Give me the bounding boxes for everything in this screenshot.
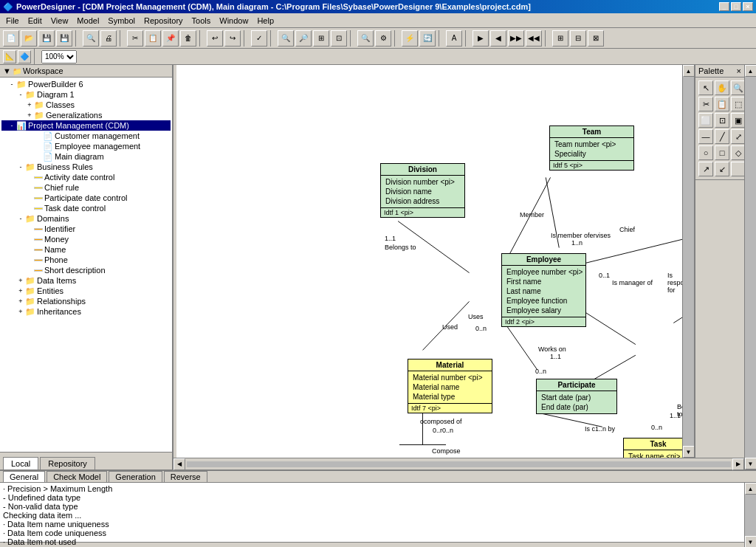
tb-rev[interactable]: 🔄 [419,30,436,47]
scroll-track-v[interactable] [683,77,694,446]
scroll-down-btn[interactable]: ▼ [683,446,695,458]
tb-print[interactable]: 🖨 [100,30,117,47]
menu-view[interactable]: View [47,15,73,27]
palette-tool-13[interactable]: ○ [698,145,713,160]
palette-tool-10[interactable]: — [698,129,713,144]
palette-tool-15[interactable]: ◇ [731,145,746,160]
palette-tool-16[interactable]: ↗ [698,162,713,176]
tree-item-chief-rule[interactable]: Chief rule [1,182,171,193]
palette-scroll-track[interactable] [745,77,756,458]
tree-item-business-rules[interactable]: - 📁 Business Rules [1,162,171,172]
tree-item-inheritances[interactable]: + 📁 Inheritances [1,306,171,317]
tb-b4[interactable]: ◀◀ [526,30,542,47]
tree-item-phone[interactable]: Phone [1,255,171,265]
palette-tool-12[interactable]: ⤢ [731,129,746,144]
tree-item-relationships[interactable]: + 📁 Relationships [1,296,171,306]
palette-tool-11[interactable]: ╱ [715,129,729,144]
tree-item-domains[interactable]: - 📁 Domains [1,213,171,224]
palette-tool-6[interactable]: ⬚ [731,97,746,111]
palette-tool-17[interactable]: ↙ [715,162,729,176]
menu-window[interactable]: Window [215,15,252,27]
output-tab-general[interactable]: General [3,471,45,482]
tb-find[interactable]: 🔍 [357,30,374,47]
tb-font[interactable]: A [446,30,462,47]
output-tab-generation[interactable]: Generation [109,471,162,482]
menu-tools[interactable]: Tools [188,15,216,27]
tree-item-main-diagram[interactable]: 📄 Main diagram [1,151,171,162]
workspace-expand[interactable]: ▼ [3,66,11,75]
tb2-1[interactable]: 📐 [3,50,16,63]
tb-save-all[interactable]: 💾 [56,30,72,47]
tree-item-activity-date[interactable]: Activity date control [1,172,171,182]
palette-tool-18[interactable] [731,162,746,176]
tb-zoom-fit[interactable]: ⊞ [313,30,329,47]
tree-item-participate-date[interactable]: Participate date control [1,193,171,203]
palette-tool-9[interactable]: ▣ [731,113,746,128]
tb-gen[interactable]: ⚡ [402,30,418,47]
tb-open[interactable]: 📂 [21,30,37,47]
menu-repository[interactable]: Repository [140,15,188,27]
close-button[interactable]: × [743,2,753,11]
tb-save[interactable]: 💾 [38,30,55,47]
tab-repository[interactable]: Repository [40,457,95,469]
tree-item-generalizations[interactable]: + 📁 Generalizations [1,110,171,120]
entity-task[interactable]: Task Task name <pi> Task cost Idtf 6 <pi… [623,438,682,458]
tb-check[interactable]: ✓ [251,30,267,47]
palette-zoom-tool[interactable]: 🔍 [731,80,746,95]
output-tab-check[interactable]: Check Model [47,471,107,482]
menu-model[interactable]: Model [72,15,103,27]
output-scroll-track[interactable] [745,495,756,536]
palette-scroll-down[interactable]: ▼ [745,458,757,469]
palette-hand-tool[interactable]: ✋ [715,80,729,95]
tb-redo[interactable]: ↪ [224,30,241,47]
palette-tool-4[interactable]: ✂ [698,97,713,111]
tb-delete[interactable]: 🗑 [180,30,196,47]
tree-item-diagram1[interactable]: - 📁 Diagram 1 [1,89,171,100]
entity-employee[interactable]: Employee Employee number <pi> First name… [501,253,586,327]
minimize-button[interactable]: _ [719,2,729,11]
tree-item-classes[interactable]: + 📁 Classes [1,100,171,110]
maximize-button[interactable]: □ [731,2,741,11]
tb-zoom-out[interactable]: 🔎 [295,30,312,47]
palette-tool-7[interactable]: ⬜ [698,113,713,128]
scroll-right-btn[interactable]: ▶ [732,458,744,470]
tree-item-task-date[interactable]: Task date control [1,203,171,213]
scroll-track-h[interactable] [187,461,731,467]
output-scroll-down[interactable]: ▼ [745,536,757,547]
tb-paste[interactable]: 📌 [162,30,179,47]
palette-select-tool[interactable]: ↖ [698,80,713,95]
tree-item-short-desc[interactable]: Short description [1,265,171,275]
tb-b3[interactable]: ▶▶ [508,30,524,47]
tb-b1[interactable]: ▶ [472,30,489,47]
palette-close-icon[interactable]: × [737,66,741,75]
palette-tool-5[interactable]: 📋 [715,97,729,111]
menu-edit[interactable]: Edit [24,15,47,27]
entity-division[interactable]: Division Division number <pi> Division n… [380,163,465,218]
tab-local[interactable]: Local [3,457,38,469]
scroll-up-btn[interactable]: ▲ [683,65,695,77]
tree-item-money[interactable]: Money [1,234,171,244]
tb-zoom-page[interactable]: ⊡ [331,30,347,47]
tree-item-entities[interactable]: + 📁 Entities [1,286,171,296]
palette-tool-14[interactable]: □ [715,145,729,160]
output-tab-reverse[interactable]: Reverse [164,471,207,482]
zoom-select[interactable]: 100% 75% 50% 150% [41,50,77,63]
tb-cut[interactable]: ✂ [127,30,143,47]
tree-item-project-management[interactable]: - 📊 Project Management (CDM) [1,120,171,131]
scroll-left-btn[interactable]: ◀ [173,458,185,470]
tb-layout3[interactable]: ⊠ [588,30,604,47]
menu-symbol[interactable]: Symbol [103,15,140,27]
tree-item-powerbuilder[interactable]: - 📁 PowerBuilder 6 [1,79,171,89]
menu-file[interactable]: File [1,15,24,27]
palette-tool-8[interactable]: ⊡ [715,113,729,128]
menu-help[interactable]: Help [252,15,278,27]
tb-zoom-in[interactable]: 🔍 [278,30,294,47]
canvas-area[interactable]: Team Team number <pi> Speciality Idtf 5 … [176,65,682,458]
palette-scroll-up[interactable]: ▲ [745,65,757,77]
entity-team[interactable]: Team Team number <pi> Speciality Idtf 5 … [549,125,634,171]
tb-layout2[interactable]: ⊟ [570,30,586,47]
output-scroll-up[interactable]: ▲ [745,483,757,495]
tb-prop[interactable]: ⚙ [375,30,391,47]
tb-print-preview[interactable]: 🔍 [83,30,99,47]
tb-b2[interactable]: ◀ [490,30,506,47]
